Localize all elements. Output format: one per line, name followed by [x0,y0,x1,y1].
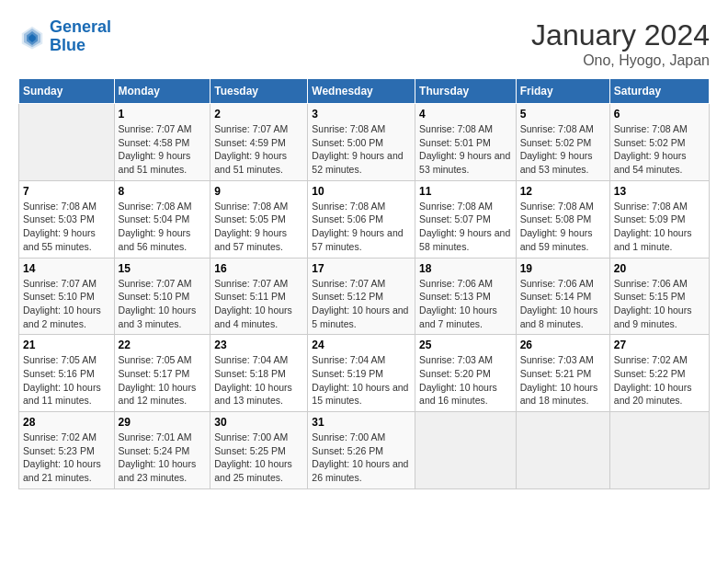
calendar-cell [516,412,609,489]
calendar-cell: 14Sunrise: 7:07 AMSunset: 5:10 PMDayligh… [19,258,115,335]
calendar-cell: 3Sunrise: 7:08 AMSunset: 5:00 PMDaylight… [308,104,415,181]
calendar-cell: 30Sunrise: 7:00 AMSunset: 5:25 PMDayligh… [210,412,308,489]
day-number: 27 [614,339,705,351]
weekday-header: Wednesday [308,79,415,104]
day-info: Sunrise: 7:07 AMSunset: 5:12 PMDaylight:… [312,278,408,329]
weekday-header: Friday [516,79,609,104]
day-info: Sunrise: 7:03 AMSunset: 5:20 PMDaylight:… [419,354,497,406]
day-number: 25 [419,339,512,351]
page-header: General Blue January 2024 Ono, Hyogo, Ja… [18,18,710,69]
day-info: Sunrise: 7:06 AMSunset: 5:14 PMDaylight:… [520,278,598,329]
day-info: Sunrise: 7:08 AMSunset: 5:09 PMDaylight:… [614,201,692,252]
day-number: 31 [312,416,411,429]
day-number: 11 [419,185,512,198]
day-info: Sunrise: 7:07 AMSunset: 4:59 PMDaylight:… [214,123,288,175]
day-number: 30 [214,416,303,429]
logo: General Blue [18,18,111,55]
day-number: 16 [214,262,303,275]
day-number: 15 [119,262,207,275]
calendar-cell: 9Sunrise: 7:08 AMSunset: 5:05 PMDaylight… [210,180,308,258]
calendar-cell: 31Sunrise: 7:00 AMSunset: 5:26 PMDayligh… [308,412,415,489]
day-info: Sunrise: 7:08 AMSunset: 5:04 PMDaylight:… [119,201,192,252]
calendar-cell: 21Sunrise: 7:05 AMSunset: 5:16 PMDayligh… [19,335,115,412]
calendar-week-row: 21Sunrise: 7:05 AMSunset: 5:16 PMDayligh… [19,335,710,412]
calendar-cell: 29Sunrise: 7:01 AMSunset: 5:24 PMDayligh… [114,412,210,489]
calendar-header-row: SundayMondayTuesdayWednesdayThursdayFrid… [19,79,710,104]
day-info: Sunrise: 7:08 AMSunset: 5:00 PMDaylight:… [312,123,403,175]
calendar-body: 1Sunrise: 7:07 AMSunset: 4:58 PMDaylight… [19,104,710,489]
day-number: 8 [119,185,207,198]
calendar-cell: 24Sunrise: 7:04 AMSunset: 5:19 PMDayligh… [308,335,415,412]
calendar-cell: 10Sunrise: 7:08 AMSunset: 5:06 PMDayligh… [308,180,415,258]
weekday-header: Tuesday [210,79,308,104]
calendar-cell: 26Sunrise: 7:03 AMSunset: 5:21 PMDayligh… [516,335,609,412]
calendar-cell: 18Sunrise: 7:06 AMSunset: 5:13 PMDayligh… [415,258,517,335]
day-number: 12 [520,185,606,198]
day-number: 17 [312,262,411,275]
calendar-cell: 15Sunrise: 7:07 AMSunset: 5:10 PMDayligh… [114,258,210,335]
day-info: Sunrise: 7:07 AMSunset: 5:10 PMDaylight:… [119,278,197,329]
weekday-header: Monday [114,79,210,104]
day-number: 3 [312,108,411,121]
day-number: 14 [23,262,110,275]
day-info: Sunrise: 7:08 AMSunset: 5:02 PMDaylight:… [614,123,688,175]
day-info: Sunrise: 7:07 AMSunset: 4:58 PMDaylight:… [119,123,192,175]
calendar-week-row: 7Sunrise: 7:08 AMSunset: 5:03 PMDaylight… [19,180,710,258]
day-number: 23 [214,339,303,351]
day-info: Sunrise: 7:08 AMSunset: 5:05 PMDaylight:… [214,201,288,252]
day-info: Sunrise: 7:00 AMSunset: 5:26 PMDaylight:… [312,431,408,483]
day-number: 29 [119,416,207,429]
day-number: 6 [614,108,705,121]
calendar-cell: 19Sunrise: 7:06 AMSunset: 5:14 PMDayligh… [516,258,609,335]
calendar-cell: 25Sunrise: 7:03 AMSunset: 5:20 PMDayligh… [415,335,517,412]
day-number: 4 [419,108,512,121]
title-block: January 2024 Ono, Hyogo, Japan [531,18,710,69]
calendar-cell: 4Sunrise: 7:08 AMSunset: 5:01 PMDaylight… [415,104,517,181]
day-number: 13 [614,185,705,198]
day-number: 26 [520,339,606,351]
day-number: 20 [614,262,705,275]
weekday-header: Saturday [609,79,709,104]
page-title: January 2024 [531,18,710,52]
day-info: Sunrise: 7:00 AMSunset: 5:25 PMDaylight:… [214,431,292,483]
page-subtitle: Ono, Hyogo, Japan [531,52,710,69]
day-number: 2 [214,108,303,121]
calendar-cell: 17Sunrise: 7:07 AMSunset: 5:12 PMDayligh… [308,258,415,335]
day-number: 7 [23,185,110,198]
calendar-week-row: 1Sunrise: 7:07 AMSunset: 4:58 PMDaylight… [19,104,710,181]
calendar-cell: 5Sunrise: 7:08 AMSunset: 5:02 PMDaylight… [516,104,609,181]
day-info: Sunrise: 7:06 AMSunset: 5:15 PMDaylight:… [614,278,692,329]
day-info: Sunrise: 7:08 AMSunset: 5:02 PMDaylight:… [520,123,594,175]
day-info: Sunrise: 7:05 AMSunset: 5:16 PMDaylight:… [23,354,101,406]
day-info: Sunrise: 7:04 AMSunset: 5:19 PMDaylight:… [312,354,408,406]
calendar-cell [415,412,517,489]
calendar-cell: 22Sunrise: 7:05 AMSunset: 5:17 PMDayligh… [114,335,210,412]
calendar-cell: 11Sunrise: 7:08 AMSunset: 5:07 PMDayligh… [415,180,517,258]
day-info: Sunrise: 7:07 AMSunset: 5:10 PMDaylight:… [23,278,101,329]
weekday-header: Sunday [19,79,115,104]
day-info: Sunrise: 7:05 AMSunset: 5:17 PMDaylight:… [119,354,197,406]
weekday-header: Thursday [415,79,517,104]
calendar-cell: 6Sunrise: 7:08 AMSunset: 5:02 PMDaylight… [609,104,709,181]
day-info: Sunrise: 7:08 AMSunset: 5:01 PMDaylight:… [419,123,510,175]
day-number: 10 [312,185,411,198]
calendar-cell [19,104,115,181]
calendar-cell [609,412,709,489]
day-info: Sunrise: 7:08 AMSunset: 5:03 PMDaylight:… [23,201,97,252]
day-info: Sunrise: 7:03 AMSunset: 5:21 PMDaylight:… [520,354,598,406]
day-number: 28 [23,416,110,429]
calendar-cell: 2Sunrise: 7:07 AMSunset: 4:59 PMDaylight… [210,104,308,181]
day-info: Sunrise: 7:08 AMSunset: 5:08 PMDaylight:… [520,201,594,252]
calendar-cell: 28Sunrise: 7:02 AMSunset: 5:23 PMDayligh… [19,412,115,489]
day-info: Sunrise: 7:06 AMSunset: 5:13 PMDaylight:… [419,278,497,329]
day-info: Sunrise: 7:08 AMSunset: 5:07 PMDaylight:… [419,201,510,252]
calendar-cell: 27Sunrise: 7:02 AMSunset: 5:22 PMDayligh… [609,335,709,412]
day-number: 18 [419,262,512,275]
calendar-cell: 8Sunrise: 7:08 AMSunset: 5:04 PMDaylight… [114,180,210,258]
calendar-cell: 1Sunrise: 7:07 AMSunset: 4:58 PMDaylight… [114,104,210,181]
day-number: 1 [119,108,207,121]
calendar-cell: 20Sunrise: 7:06 AMSunset: 5:15 PMDayligh… [609,258,709,335]
day-info: Sunrise: 7:01 AMSunset: 5:24 PMDaylight:… [119,431,197,483]
day-info: Sunrise: 7:02 AMSunset: 5:23 PMDaylight:… [23,431,101,483]
calendar-cell: 13Sunrise: 7:08 AMSunset: 5:09 PMDayligh… [609,180,709,258]
